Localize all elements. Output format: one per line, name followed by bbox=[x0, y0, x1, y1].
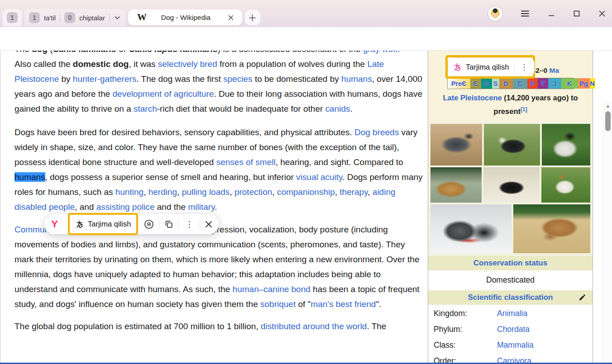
dog-photo-black-white-dog-standing-in-grass[interactable] bbox=[484, 124, 540, 165]
maximize-icon[interactable] bbox=[573, 10, 580, 17]
dog-photo-golden-retriever-wading-in-water[interactable] bbox=[430, 167, 482, 203]
divider bbox=[178, 219, 179, 229]
dog-photo-black-labrador-in-snowy-field[interactable] bbox=[483, 167, 540, 203]
inline-link[interactable]: companionship bbox=[277, 187, 335, 197]
timescale-segment-D[interactable]: D bbox=[499, 78, 513, 89]
inline-link[interactable]: hunter-gatherers bbox=[73, 74, 136, 84]
timescale-segment-C[interactable]: C bbox=[513, 78, 527, 89]
inline-link[interactable]: assisting police bbox=[96, 202, 155, 212]
navigation-toolbar: Я en.wikipedia.org Dog - Wikipedia Tarji… bbox=[0, 27, 612, 51]
ma-link[interactable]: Ma bbox=[550, 66, 559, 74]
scrollbar-thumb[interactable] bbox=[605, 111, 611, 131]
inline-link[interactable]: herding bbox=[148, 187, 177, 197]
timescale-segment-PreЄ[interactable]: PreЄ bbox=[448, 78, 470, 89]
profile-avatar[interactable] bbox=[488, 6, 502, 21]
tab-group[interactable]: 1 ta'til 0 chiptalar bbox=[24, 9, 125, 26]
tab-group-label-1[interactable]: ta'til bbox=[44, 14, 56, 22]
taxonomy-table: Kingdom:AnimaliaPhylum:ChordataClass:Mam… bbox=[428, 305, 593, 364]
inline-link[interactable]: visual acuity bbox=[296, 172, 342, 182]
inline-link[interactable]: [1] bbox=[521, 106, 527, 113]
inline-link[interactable]: human–canine bond bbox=[233, 284, 311, 294]
inline-link[interactable]: man's best friend bbox=[311, 299, 376, 309]
taxonomy-value-link[interactable]: Animalia bbox=[497, 309, 527, 318]
text-run: domestic dog bbox=[73, 59, 129, 69]
new-tab-button[interactable] bbox=[245, 10, 260, 25]
inline-link[interactable]: sobriquet bbox=[260, 299, 296, 309]
translate-more-icon[interactable]: ⋮ bbox=[518, 62, 530, 72]
conservation-status-link[interactable]: Conservation status bbox=[473, 259, 547, 267]
pinned-tab[interactable]: 1 bbox=[3, 9, 22, 26]
text-run: . bbox=[215, 202, 217, 212]
conservation-status-value: Domesticated bbox=[428, 270, 593, 290]
timescale-segment-P[interactable]: P bbox=[527, 78, 538, 89]
inline-link[interactable]: senses of smell bbox=[216, 157, 276, 167]
timescale-segment-K[interactable]: K bbox=[561, 78, 578, 89]
inline-link[interactable]: selectively bred bbox=[158, 59, 217, 69]
copy-icon[interactable] bbox=[164, 219, 174, 229]
selection-more-icon[interactable]: ⋮ bbox=[183, 219, 195, 229]
inline-link[interactable]: gray wolf bbox=[363, 51, 397, 54]
active-tab[interactable]: W Dog - Wikipedia bbox=[128, 9, 242, 25]
browser-window: 1 1 ta'til 0 chiptalar W Dog - Wikipedia bbox=[0, 0, 612, 364]
text-run: , bbox=[143, 187, 148, 197]
close-window-icon[interactable] bbox=[598, 10, 606, 17]
page-content: The dog (Canis familiaris or Canis lupus… bbox=[0, 51, 612, 364]
text-run: , bbox=[230, 187, 234, 197]
text-run: Also called the bbox=[14, 59, 73, 69]
selection-close-icon[interactable] bbox=[205, 220, 213, 228]
text-run: ) is a domesticated descendant of the bbox=[218, 51, 363, 54]
dog-photo-black-white-longhaired-dog-on-lawn[interactable] bbox=[542, 124, 590, 165]
vertical-scrollbar[interactable]: ▲ ▼ bbox=[603, 101, 612, 364]
text-run: (14,200 years ago) to present bbox=[493, 94, 578, 115]
scientific-classification-link[interactable]: Scientific classification bbox=[468, 293, 553, 302]
tab-group-label-2[interactable]: chiptalar bbox=[79, 14, 105, 22]
inline-link[interactable]: species bbox=[223, 74, 252, 84]
timescale-segment-J[interactable]: J bbox=[548, 78, 561, 89]
chevron-down-icon[interactable] bbox=[114, 14, 121, 21]
dog-photo-tan-dog-nursing-puppies-on-sand[interactable] bbox=[513, 204, 590, 253]
dog-photo-two-sled-dogs-in-snow[interactable] bbox=[430, 204, 512, 253]
inline-link[interactable]: therapy bbox=[339, 187, 368, 197]
temporal-range-detail: Late Pleistocene (14,200 years ago) to p… bbox=[431, 91, 590, 118]
text-run: The global dog population is estimated a… bbox=[14, 321, 261, 331]
edit-pencil-icon[interactable] bbox=[579, 293, 586, 301]
inline-link[interactable]: pulling loads bbox=[182, 187, 230, 197]
inline-link[interactable]: hunting bbox=[115, 187, 143, 197]
inline-link[interactable]: starch bbox=[134, 104, 157, 113]
inline-link[interactable]: development of agriculture bbox=[113, 89, 214, 99]
timescale-segment-Pg[interactable]: Pg bbox=[578, 78, 590, 89]
translate-button[interactable]: Tarjima qilish ⋮ bbox=[448, 57, 535, 76]
inline-link[interactable]: Late Pleistocene bbox=[443, 94, 502, 102]
inline-link[interactable]: distributed around the world bbox=[261, 321, 367, 331]
text-run: to be domesticated by bbox=[253, 74, 341, 84]
text-run: Canis familiaris bbox=[53, 51, 116, 54]
text-run: , bbox=[177, 187, 182, 197]
article-paragraph: Also called the domestic dog, it was sel… bbox=[14, 57, 423, 116]
taxonomy-value-link[interactable]: Mammalia bbox=[497, 340, 534, 350]
titlebar-controls bbox=[488, 0, 606, 27]
timescale-segment-T[interactable]: T bbox=[538, 78, 548, 89]
timescale-segment-Є[interactable]: Є bbox=[470, 78, 481, 89]
dog-photo-white-tan-terrier-on-grass[interactable] bbox=[541, 167, 590, 203]
yandex-search-selection-icon[interactable]: Я bbox=[143, 219, 154, 230]
menu-icon[interactable] bbox=[521, 10, 530, 17]
inline-link[interactable]: protection bbox=[234, 187, 272, 197]
timescale-segment-N[interactable]: N bbox=[590, 78, 595, 89]
text-run: Dogs have been bred for desired behavior… bbox=[14, 128, 354, 137]
taxonomy-value-link[interactable]: Carnivora bbox=[497, 356, 531, 364]
text-run: and the bbox=[155, 202, 188, 212]
selection-translate-label[interactable]: Tarjima qilish bbox=[88, 220, 131, 228]
inline-link[interactable]: humans bbox=[341, 74, 372, 84]
tab-close-icon[interactable] bbox=[225, 14, 237, 22]
inline-link[interactable]: Dog breeds bbox=[354, 128, 399, 137]
timescale-segment-O[interactable]: O bbox=[481, 78, 492, 89]
inline-link[interactable]: military bbox=[188, 202, 215, 212]
article-paragraph: The global dog population is estimated a… bbox=[14, 319, 423, 334]
yandex-logo-icon[interactable]: Y bbox=[47, 216, 62, 232]
inline-link[interactable]: canids bbox=[325, 104, 350, 113]
minimize-icon[interactable] bbox=[548, 10, 555, 17]
scroll-up-icon[interactable]: ▲ bbox=[603, 103, 612, 109]
timescale-segment-S[interactable]: S bbox=[492, 78, 499, 89]
taxonomy-value-link[interactable]: Chordata bbox=[497, 325, 530, 334]
dog-photo-mottled-gray-herding-dog-running[interactable] bbox=[430, 124, 482, 165]
